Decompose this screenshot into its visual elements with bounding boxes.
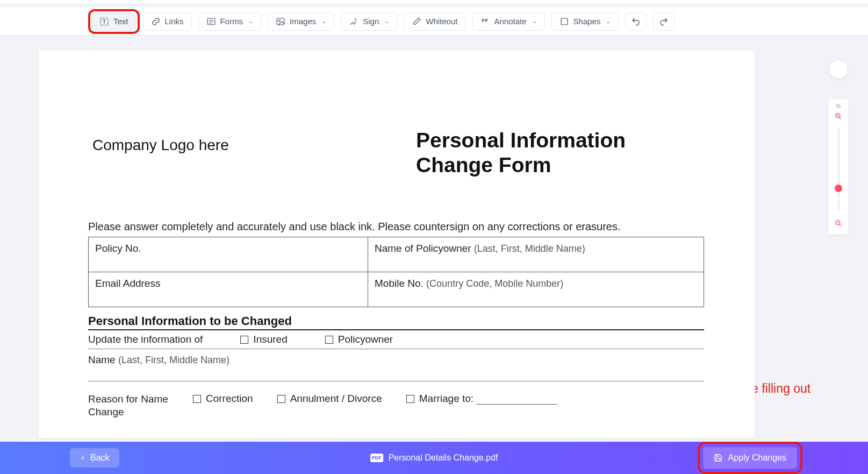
filename-display: PDF Personal Details Change.pdf bbox=[370, 453, 498, 463]
text-tool-label: Text bbox=[113, 17, 128, 26]
section-title: Personal Information to be Changed bbox=[88, 314, 292, 328]
checkbox-insured[interactable]: Insured bbox=[240, 334, 287, 345]
page-thumbnail-button[interactable] bbox=[829, 60, 848, 79]
shapes-tool-label: Shapes bbox=[573, 17, 601, 26]
redo-icon bbox=[659, 17, 669, 26]
info-table: Policy No. Name of Policyowner (Last, Fi… bbox=[88, 237, 704, 307]
chevron-left-icon bbox=[80, 455, 86, 461]
whiteout-tool-label: Whiteout bbox=[426, 17, 457, 26]
checkbox-marriage[interactable]: Marriage to: bbox=[406, 393, 557, 405]
back-label: Back bbox=[90, 453, 110, 463]
eraser-icon bbox=[412, 17, 421, 26]
text-icon bbox=[99, 17, 109, 26]
sign-icon bbox=[349, 17, 358, 26]
text-tool-button[interactable]: Text bbox=[91, 12, 137, 31]
zoom-slider-thumb[interactable] bbox=[835, 185, 842, 192]
forms-tool-label: Forms bbox=[220, 17, 243, 26]
bottom-bar: Back PDF Personal Details Change.pdf App… bbox=[0, 442, 868, 474]
filename-text: Personal Details Change.pdf bbox=[389, 453, 498, 463]
pdf-icon: PDF bbox=[370, 454, 383, 462]
pdf-page[interactable]: Company Logo here Personal Information C… bbox=[39, 51, 755, 438]
links-tool-button[interactable]: Links bbox=[143, 12, 192, 31]
checkbox-annulment[interactable]: Annulment / Divorce bbox=[277, 393, 382, 405]
cell-email: Email Address bbox=[89, 272, 368, 307]
zoom-in-icon[interactable] bbox=[835, 112, 842, 120]
save-icon bbox=[714, 454, 722, 462]
images-tool-label: Images bbox=[290, 17, 316, 26]
form-title: Personal Information Change Form bbox=[416, 128, 701, 178]
update-of-label: Update the information of bbox=[88, 334, 203, 345]
undo-icon bbox=[631, 17, 641, 26]
chevron-down-icon: ⌄ bbox=[606, 18, 611, 25]
cell-mobile: Mobile No. (Country Code, Mobile Number) bbox=[368, 272, 704, 307]
chevron-down-icon: ⌄ bbox=[532, 18, 537, 25]
chevron-down-icon: ⌄ bbox=[384, 18, 389, 25]
chevron-down-icon: ⌄ bbox=[248, 18, 253, 25]
editor-toolbar: Text Links Forms ⌄ Images ⌄ Sign ⌄ White… bbox=[0, 8, 868, 36]
svg-point-3 bbox=[278, 20, 280, 22]
cell-policyowner-name: Name of Policyowner (Last, First, Middle… bbox=[368, 237, 704, 272]
annotate-tool-label: Annotate bbox=[494, 17, 526, 26]
zoom-slider[interactable] bbox=[838, 128, 840, 212]
apply-changes-button[interactable]: Apply Changes bbox=[703, 447, 797, 469]
apply-label: Apply Changes bbox=[728, 453, 786, 463]
divider bbox=[88, 381, 704, 381]
logo-placeholder: Company Logo here bbox=[92, 137, 229, 154]
name-row: Name (Last, First, Middle Name) bbox=[88, 354, 704, 366]
sign-tool-label: Sign bbox=[363, 17, 379, 26]
divider bbox=[88, 329, 704, 330]
divider bbox=[88, 349, 704, 349]
whiteout-tool-button[interactable]: Whiteout bbox=[404, 12, 465, 31]
reason-row: Reason for Name Change Correction Annulm… bbox=[88, 393, 704, 419]
forms-tool-button[interactable]: Forms ⌄ bbox=[198, 12, 262, 31]
quote-icon bbox=[480, 17, 490, 26]
zoom-panel: % bbox=[828, 99, 849, 235]
undo-button[interactable] bbox=[625, 12, 647, 31]
update-row: Update the information of Insured Policy… bbox=[88, 334, 704, 349]
link-icon bbox=[151, 17, 161, 26]
shapes-tool-button[interactable]: Shapes ⌄ bbox=[551, 12, 619, 31]
svg-rect-4 bbox=[561, 18, 568, 25]
checkbox-correction[interactable]: Correction bbox=[193, 393, 253, 405]
images-tool-button[interactable]: Images ⌄ bbox=[268, 12, 334, 31]
zoom-percent-label: % bbox=[836, 103, 841, 109]
image-icon bbox=[276, 17, 285, 26]
sign-tool-button[interactable]: Sign ⌄ bbox=[341, 12, 397, 31]
redo-button[interactable] bbox=[653, 12, 675, 31]
reason-label: Reason for Name Change bbox=[88, 393, 169, 419]
shapes-icon bbox=[559, 17, 569, 26]
annotate-tool-button[interactable]: Annotate ⌄ bbox=[472, 12, 544, 31]
chevron-down-icon: ⌄ bbox=[321, 18, 326, 25]
back-button[interactable]: Back bbox=[70, 448, 119, 468]
cell-policy-no: Policy No. bbox=[89, 237, 368, 272]
forms-icon bbox=[206, 17, 216, 26]
apply-changes-highlight: Apply Changes bbox=[702, 446, 798, 470]
zoom-out-icon[interactable] bbox=[835, 220, 842, 227]
links-tool-label: Links bbox=[165, 17, 184, 26]
svg-rect-2 bbox=[277, 18, 284, 25]
checkbox-policyowner[interactable]: Policyowner bbox=[325, 334, 393, 345]
instruction-text: Please answer completely and accurately … bbox=[88, 221, 704, 233]
